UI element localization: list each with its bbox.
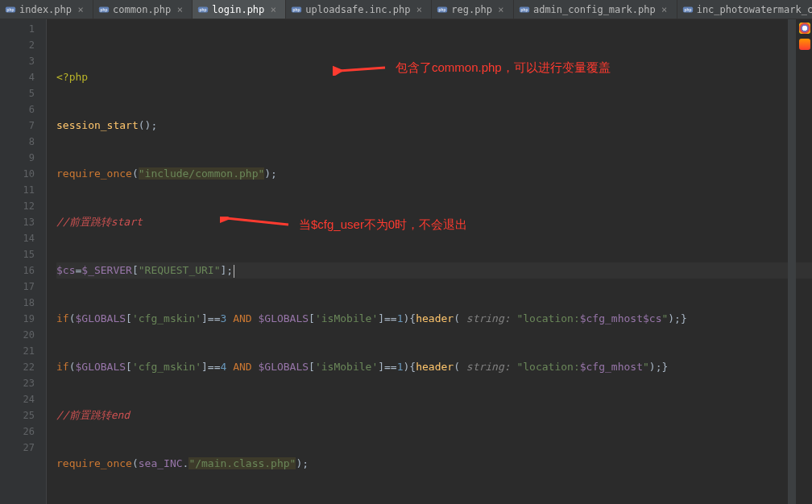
svg-text:php: php (684, 6, 691, 11)
tab-common-php[interactable]: phpcommon.php× (93, 0, 193, 19)
tab-inc-photowatermark-config-php[interactable]: phpinc_photowatermark_config.php× (677, 0, 812, 19)
editor-container: 1234567891011121314151617181920212223242… (0, 19, 812, 504)
gutter-line[interactable]: 14 (0, 230, 35, 246)
tab-label: login.php (212, 4, 264, 15)
caret-icon (234, 265, 234, 278)
tab-admin-config-mark-php[interactable]: phpadmin_config_mark.php× (514, 0, 677, 19)
gutter-line[interactable]: 26 (0, 423, 35, 440)
code-line-8[interactable]: //前置跳转end (56, 407, 812, 423)
firefox-icon[interactable] (799, 39, 810, 50)
svg-text:php: php (439, 6, 446, 11)
svg-text:php: php (200, 6, 207, 11)
gutter-line[interactable]: 4 (0, 69, 35, 85)
tab-uploadsafe-inc-php[interactable]: phpuploadsafe.inc.php× (286, 0, 432, 19)
tab-index-php[interactable]: phpindex.php× (0, 0, 93, 19)
gutter-line[interactable]: 24 (0, 391, 35, 407)
gutter[interactable]: 1234567891011121314151617181920212223242… (0, 19, 47, 504)
php-file-icon: php (291, 4, 302, 15)
svg-text:php: php (101, 6, 108, 11)
gutter-line[interactable]: 19 (0, 311, 35, 327)
gutter-line[interactable]: 6 (0, 101, 35, 118)
tab-label: index.php (19, 4, 72, 15)
close-icon[interactable]: × (269, 6, 277, 14)
gutter-line[interactable]: 25 (0, 407, 35, 423)
gutter-line[interactable]: 5 (0, 85, 35, 101)
gutter-line[interactable]: 18 (0, 295, 35, 311)
svg-text:php: php (7, 6, 14, 11)
gutter-line[interactable]: 16 (0, 262, 35, 279)
code-line-7[interactable]: if($GLOBALS['cfg_mskin']==4 AND $GLOBALS… (56, 359, 812, 375)
gutter-line[interactable]: 8 (0, 134, 35, 150)
code-line-2[interactable]: session_start(); (56, 118, 812, 134)
svg-text:php: php (293, 6, 300, 11)
chrome-icon[interactable] (799, 23, 810, 34)
php-file-icon: php (5, 4, 16, 15)
gutter-line[interactable]: 7 (0, 118, 35, 134)
code-line-1[interactable]: <?php (56, 69, 812, 85)
svg-text:php: php (521, 6, 528, 11)
php-file-icon: php (197, 4, 209, 15)
vertical-scrollbar[interactable] (788, 19, 796, 504)
code-line-5[interactable]: $cs=$_SERVER["REQUEST_URI"]; (56, 262, 812, 279)
gutter-line[interactable]: 23 (0, 375, 35, 391)
gutter-line[interactable]: 3 (0, 53, 35, 69)
gutter-line[interactable]: 1 (0, 21, 35, 37)
close-icon[interactable]: × (661, 6, 669, 14)
php-file-icon: php (519, 4, 530, 15)
gutter-line[interactable]: 22 (0, 359, 35, 375)
tab-label: reg.php (451, 4, 492, 15)
php-file-icon: php (98, 4, 110, 15)
close-icon[interactable]: × (415, 6, 423, 14)
gutter-line[interactable]: 12 (0, 198, 35, 214)
gutter-line[interactable]: 17 (0, 279, 35, 295)
tab-label: inc_photowatermark_config.php (697, 4, 812, 15)
code-line-9[interactable]: require_once(sea_INC."/main.class.php"); (56, 456, 812, 472)
gutter-line[interactable]: 10 (0, 166, 35, 182)
php-file-icon: php (682, 4, 694, 15)
gutter-line[interactable]: 11 (0, 182, 35, 198)
tab-bar: phpindex.php×phpcommon.php×phplogin.php×… (0, 0, 812, 19)
close-icon[interactable]: × (176, 6, 184, 14)
tab-reg-php[interactable]: phpreg.php× (432, 0, 514, 19)
tab-login-php[interactable]: phplogin.php× (193, 0, 286, 19)
gutter-line[interactable]: 20 (0, 327, 35, 343)
gutter-line[interactable]: 21 (0, 343, 35, 359)
close-icon[interactable]: × (77, 6, 85, 14)
gutter-line[interactable]: 27 (0, 440, 35, 456)
close-icon[interactable]: × (497, 6, 505, 14)
tab-label: uploadsafe.inc.php (305, 4, 410, 15)
gutter-line[interactable]: 13 (0, 214, 35, 230)
gutter-line[interactable]: 9 (0, 150, 35, 166)
code-area[interactable]: <?php session_start(); require_once("inc… (47, 19, 812, 504)
code-line-3[interactable]: require_once("include/common.php"); (56, 166, 812, 182)
gutter-line[interactable]: 2 (0, 37, 35, 53)
php-file-icon: php (437, 4, 448, 15)
tab-label: common.php (113, 4, 171, 15)
gutter-line[interactable]: 15 (0, 246, 35, 262)
code-line-6[interactable]: if($GLOBALS['cfg_mskin']==3 AND $GLOBALS… (56, 311, 812, 327)
browser-preview-icons (798, 23, 812, 50)
tab-label: admin_config_mark.php (533, 4, 656, 15)
code-line-4[interactable]: //前置跳转start (56, 214, 812, 230)
